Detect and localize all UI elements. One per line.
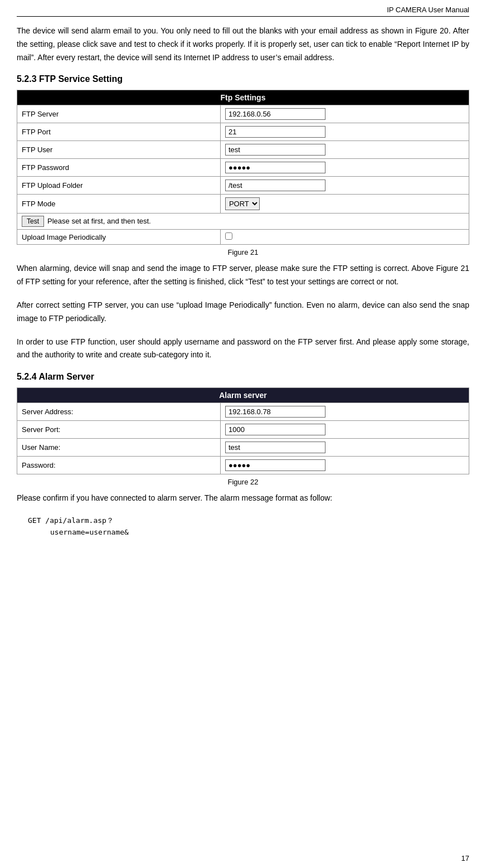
alarm-section-heading: 5.2.4 Alarm Server	[17, 372, 469, 382]
ftp-row-value	[220, 123, 469, 141]
alarm-input-server-port:[interactable]	[225, 424, 325, 435]
intro-paragraph: The device will send alarm email to you.…	[17, 25, 469, 64]
ftp-input-ftp-user[interactable]	[225, 144, 325, 156]
page-number: 17	[461, 854, 469, 862]
ftp-table-row: FTP User	[17, 141, 469, 159]
ftp-row-label: FTP Server	[17, 105, 221, 123]
manual-title: IP CAMERA User Manual	[387, 6, 469, 14]
ftp-row-value	[220, 177, 469, 195]
ftp-desc-2: After correct setting FTP server, you ca…	[17, 299, 469, 326]
ftp-row-value	[220, 159, 469, 177]
ftp-test-button[interactable]: Test	[22, 216, 44, 227]
alarm-row-value	[220, 421, 469, 439]
ftp-row-label: FTP Mode	[17, 195, 221, 214]
ftp-row-value	[220, 105, 469, 123]
alarm-input-user-name:[interactable]	[225, 442, 325, 453]
alarm-settings-table: Alarm server Server Address:Server Port:…	[17, 387, 469, 474]
upload-periodically-row: Upload Image Periodically	[17, 230, 469, 245]
ftp-row-label: FTP Port	[17, 123, 221, 141]
ftp-table-row: FTP Port	[17, 123, 469, 141]
ftp-table-row: FTP Server	[17, 105, 469, 123]
alarm-table-row: Server Port:	[17, 421, 469, 439]
alarm-row-label: Password:	[17, 457, 221, 474]
alarm-input-password:[interactable]	[225, 459, 325, 471]
ftp-table-row: FTP Password	[17, 159, 469, 177]
ftp-table-header: Ftp Settings	[17, 90, 469, 105]
upload-periodically-checkbox[interactable]	[225, 232, 232, 240]
ftp-row-label: FTP Upload Folder	[17, 177, 221, 195]
ftp-row-label: FTP User	[17, 141, 221, 159]
code-block: GET /api/alarm.asp？ username=username&	[17, 515, 469, 539]
code-line-1: GET /api/alarm.asp？	[17, 515, 469, 527]
ftp-mode-select[interactable]: PORT	[225, 197, 260, 210]
ftp-input-ftp-port[interactable]	[225, 126, 325, 138]
upload-periodically-value	[220, 230, 469, 245]
alarm-row-label: Server Port:	[17, 421, 221, 439]
ftp-table-row: FTP ModePORT	[17, 195, 469, 214]
alarm-input-server-address:[interactable]	[225, 406, 325, 418]
alarm-row-value	[220, 457, 469, 474]
ftp-table-row: FTP Upload Folder	[17, 177, 469, 195]
ftp-input-ftp-password[interactable]	[225, 162, 325, 173]
alarm-table-row: Password:	[17, 457, 469, 474]
ftp-test-row: TestPlease set at first, and then test.	[17, 214, 469, 230]
ftp-row-value: PORT	[220, 195, 469, 214]
ftp-input-ftp-upload-folder[interactable]	[225, 180, 325, 191]
page-header: IP CAMERA User Manual	[17, 6, 469, 17]
ftp-desc-1: When alarming, device will snap and send…	[17, 262, 469, 289]
alarm-row-value	[220, 439, 469, 457]
ftp-desc-3: In order to use FTP function, user shoul…	[17, 336, 469, 362]
upload-periodically-label: Upload Image Periodically	[17, 230, 221, 245]
ftp-test-cell: TestPlease set at first, and then test.	[17, 214, 469, 230]
alarm-table-row: User Name:	[17, 439, 469, 457]
ftp-row-value	[220, 141, 469, 159]
ftp-test-message: Please set at first, and then test.	[47, 217, 151, 225]
alarm-row-value	[220, 403, 469, 421]
code-line-2: username=username&	[17, 527, 469, 539]
ftp-input-ftp-server[interactable]	[225, 108, 325, 120]
ftp-settings-table: Ftp Settings FTP ServerFTP PortFTP UserF…	[17, 90, 469, 245]
ftp-row-label: FTP Password	[17, 159, 221, 177]
figure-22-caption: Figure 22	[17, 478, 469, 486]
alarm-table-row: Server Address:	[17, 403, 469, 421]
figure-21-caption: Figure 21	[17, 248, 469, 256]
ftp-section-heading: 5.2.3 FTP Service Setting	[17, 74, 469, 84]
alarm-row-label: User Name:	[17, 439, 221, 457]
alarm-description: Please confirm if you have connected to …	[17, 492, 469, 505]
alarm-table-header: Alarm server	[17, 388, 469, 403]
alarm-row-label: Server Address:	[17, 403, 221, 421]
